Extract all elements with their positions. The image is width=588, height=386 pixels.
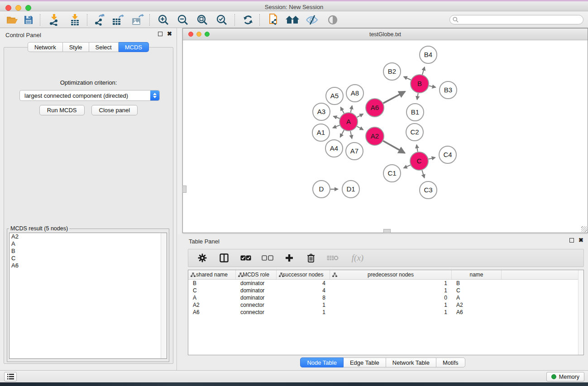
graph-node-D1[interactable]: D1 (342, 181, 359, 198)
zoom-fit-icon[interactable] (195, 13, 210, 27)
table-cell[interactable]: 8 (277, 294, 330, 301)
network-canvas[interactable]: B4B2BB3A5A8A6B1A3AA1C2A2A4A7C4CC1DD1C3 (183, 41, 588, 233)
delete-table-icon[interactable] (327, 252, 339, 264)
result-list-item[interactable]: C (10, 255, 167, 262)
close-panel-icon[interactable]: ✖ (167, 32, 172, 36)
graph-node-A7[interactable]: A7 (346, 143, 363, 160)
export-network-icon[interactable] (91, 13, 107, 27)
gear-icon[interactable] (196, 252, 208, 264)
split-columns-icon[interactable] (218, 252, 230, 264)
criterion-dropdown[interactable]: largest connected component (directed) (19, 90, 160, 101)
result-list-item[interactable]: A6 (10, 262, 167, 269)
graph-node-B4[interactable]: B4 (420, 46, 437, 63)
column-header-shared-name[interactable]: shared name (188, 270, 236, 279)
open-session-icon[interactable] (5, 13, 20, 27)
table-cell[interactable]: 1 (277, 301, 330, 309)
column-header-predecessor-nodes[interactable]: predecessor nodes (330, 270, 452, 279)
graph-node-A3[interactable]: A3 (313, 103, 330, 120)
graph-node-A2[interactable]: A2 (366, 127, 384, 145)
refresh-layout-icon[interactable] (240, 13, 256, 27)
table-row[interactable]: A2connector11A2 (188, 301, 583, 309)
tab-network[interactable]: Network (28, 42, 63, 52)
table-cell[interactable]: connector (236, 309, 277, 316)
birdseye-handle-left[interactable] (182, 186, 186, 193)
zoom-selected-icon[interactable] (214, 13, 229, 27)
table-cell[interactable]: 1 (330, 309, 452, 316)
table-cell[interactable]: B (452, 280, 502, 287)
tab-mcds[interactable]: MCDS (119, 42, 149, 52)
show-all-icon[interactable] (325, 13, 340, 27)
graph-node-B1[interactable]: B1 (406, 104, 424, 121)
table-cell[interactable]: 1 (330, 301, 452, 309)
table-cell[interactable]: C (452, 287, 502, 294)
search-input[interactable] (449, 15, 583, 24)
float-panel-icon[interactable] (158, 32, 163, 36)
first-neighbors-icon[interactable] (285, 13, 301, 27)
search-field[interactable] (449, 15, 583, 24)
zoom-in-icon[interactable] (156, 13, 171, 27)
result-list-item[interactable]: B (10, 248, 167, 255)
table-cell[interactable]: A6 (188, 309, 236, 316)
table-cell[interactable]: 0 (330, 294, 452, 301)
network-window[interactable]: testGlobe.txt B4B2BB3A5A8A6B1A3AA1C2A2A4… (182, 28, 588, 233)
graph-node-B[interactable]: B (411, 75, 429, 93)
hide-selected-icon[interactable] (304, 13, 320, 27)
tab-motifs[interactable]: Motifs (436, 357, 465, 367)
close-table-panel-icon[interactable]: ✖ (578, 238, 583, 243)
graph-node-B3[interactable]: B3 (440, 81, 457, 99)
delete-column-icon[interactable] (305, 252, 317, 264)
tab-node-table[interactable]: Node Table (300, 357, 344, 367)
table-cell[interactable]: 4 (277, 280, 330, 287)
export-table-icon[interactable] (110, 13, 126, 27)
float-table-panel-icon[interactable] (569, 238, 574, 243)
graph-node-A8[interactable]: A8 (346, 85, 363, 102)
resize-grip-icon[interactable] (581, 226, 587, 232)
mcds-result-list[interactable]: A2ABCA6 (9, 233, 167, 359)
column-header-successor-nodes[interactable]: successor nodes (277, 270, 330, 279)
zoom-out-icon[interactable] (175, 13, 191, 27)
column-header-MCDS-role[interactable]: MCDS role (236, 270, 277, 279)
tab-style[interactable]: Style (63, 42, 89, 52)
graph-node-D[interactable]: D (313, 181, 330, 198)
graph-node-A6[interactable]: A6 (366, 99, 384, 117)
export-image-icon[interactable] (130, 13, 145, 27)
result-list-scrollbar[interactable] (161, 233, 167, 358)
unselect-all-columns-icon[interactable] (262, 252, 273, 264)
memory-button[interactable]: Memory (546, 372, 584, 381)
select-all-columns-icon[interactable] (240, 252, 252, 264)
tab-network-table[interactable]: Network Table (386, 357, 436, 367)
table-cell[interactable]: A2 (188, 301, 236, 309)
close-panel-button[interactable]: Close panel (91, 105, 138, 115)
table-cell[interactable]: 4 (277, 287, 330, 294)
tab-edge-table[interactable]: Edge Table (344, 357, 386, 367)
add-column-icon[interactable] (283, 252, 295, 264)
table-cell[interactable]: A (188, 294, 236, 301)
graph-node-A1[interactable]: A1 (312, 124, 330, 141)
table-cell[interactable]: B (188, 280, 236, 287)
import-table-icon[interactable] (67, 13, 82, 27)
table-cell[interactable]: dominator (236, 280, 277, 287)
function-builder-icon[interactable]: f(x) (349, 252, 367, 264)
graph-node-A4[interactable]: A4 (325, 140, 343, 157)
graph-node-C2[interactable]: C2 (406, 124, 423, 141)
table-row[interactable]: Bdominator41B (188, 280, 583, 287)
table-cell[interactable]: 1 (277, 309, 330, 316)
save-session-icon[interactable] (21, 13, 36, 27)
graph-node-B2[interactable]: B2 (383, 63, 401, 80)
table-row[interactable]: A6connector11A6 (188, 309, 583, 316)
network-window-titlebar[interactable]: testGlobe.txt (183, 29, 588, 40)
table-cell[interactable]: dominator (236, 294, 277, 301)
table-row[interactable]: Cdominator41C (188, 287, 583, 294)
result-list-item[interactable]: A (10, 240, 167, 248)
tab-select[interactable]: Select (89, 42, 119, 52)
task-history-button[interactable] (4, 372, 17, 381)
graph-node-C[interactable]: C (410, 152, 428, 170)
table-scrollbar[interactable] (578, 270, 583, 355)
birdseye-handle-bottom[interactable] (383, 229, 391, 233)
table-cell[interactable]: A2 (452, 301, 502, 309)
clone-network-icon[interactable] (266, 13, 282, 27)
result-list-item[interactable]: A2 (10, 233, 167, 240)
table-cell[interactable]: 1 (330, 287, 452, 294)
table-cell[interactable]: connector (236, 301, 277, 309)
run-mcds-button[interactable]: Run MCDS (39, 105, 85, 115)
